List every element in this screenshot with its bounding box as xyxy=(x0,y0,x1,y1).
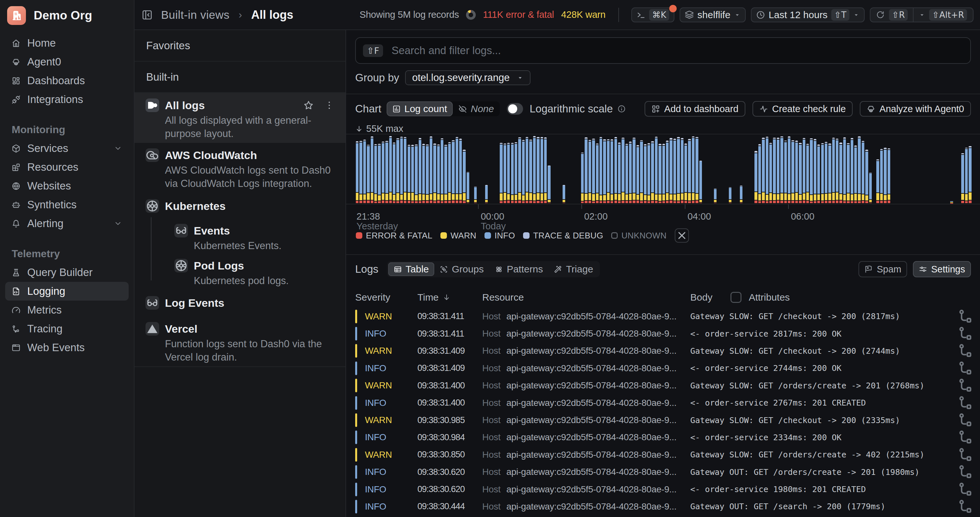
log-row[interactable]: WARN09:38:30.985Hostapi-gateway:c92db5f5… xyxy=(346,411,980,428)
view-item-log-events[interactable]: Log Events xyxy=(135,290,345,317)
kebab-menu-icon[interactable] xyxy=(324,100,334,111)
chart-mode-none[interactable]: None xyxy=(453,101,500,116)
warn-count[interactable]: 428K warn xyxy=(561,10,606,20)
sidebar-item-metrics[interactable]: Metrics xyxy=(5,301,129,319)
open-trace-icon[interactable] xyxy=(957,498,975,516)
bar-segment-info xyxy=(858,138,861,193)
sidebar-item-agent0[interactable]: Agent0 xyxy=(5,52,129,71)
view-item-all-logs[interactable]: All logsAll logs displayed with a genera… xyxy=(135,93,345,143)
legend-item-info[interactable]: INFO xyxy=(485,231,515,241)
bar-segment-trace xyxy=(389,136,392,137)
open-trace-icon[interactable] xyxy=(957,359,975,377)
log-row[interactable]: INFO09:38:30.620Hostapi-gateway:c92db5f5… xyxy=(346,463,980,481)
sidebar-item-logging[interactable]: Logging xyxy=(5,282,129,301)
view-item-kubernetes[interactable]: Kubernetes xyxy=(135,193,345,220)
bar-segment-trace xyxy=(537,137,539,138)
bar-segment-warn xyxy=(533,194,536,201)
tab-table[interactable]: Table xyxy=(388,262,434,276)
auto-refresh-toggle[interactable]: ⇧Alt+R xyxy=(927,9,969,21)
search-input[interactable]: ⇧F Search and filter logs... xyxy=(355,37,971,64)
sidebar-item-resources[interactable]: Resources xyxy=(5,158,129,176)
open-trace-icon[interactable] xyxy=(957,446,975,464)
sidebar-item-integrations[interactable]: Integrations xyxy=(5,90,129,109)
collapse-panel-icon[interactable] xyxy=(142,10,153,21)
sidebar-item-alerting[interactable]: Alerting xyxy=(5,214,129,233)
column-body[interactable]: Body Attributes xyxy=(690,292,971,303)
tab-triage[interactable]: Triage xyxy=(548,262,598,276)
log-row[interactable]: INFO09:38:30.444Hostapi-gateway:c92db5f5… xyxy=(346,498,980,515)
builtin-section-header[interactable]: Built-in xyxy=(135,62,345,93)
settings-button[interactable]: Settings xyxy=(913,261,971,277)
view-item-aws-cloudwatch[interactable]: AWS CloudWatchAWS CloudWatch logs sent t… xyxy=(135,143,345,193)
org-switcher[interactable]: Demo Org xyxy=(0,0,134,31)
open-trace-icon[interactable] xyxy=(957,428,975,446)
legend-item-unknown[interactable]: UNKNOWN xyxy=(611,231,666,241)
log-row[interactable]: INFO09:38:31.400Hostapi-gateway:c92db5f5… xyxy=(346,394,980,411)
log-volume-chart[interactable]: 55K max 21:38Yesterday00:00Today02:0004:… xyxy=(346,125,980,254)
log-scale-toggle[interactable] xyxy=(507,103,523,115)
bar-segment-error xyxy=(411,201,414,203)
tab-groups[interactable]: Groups xyxy=(434,262,489,276)
add-to-dashboard-button[interactable]: Add to dashboard xyxy=(644,101,745,117)
legend-close-button[interactable] xyxy=(675,228,689,243)
chart-mode-log-count[interactable]: Log count xyxy=(387,101,453,116)
log-row[interactable]: WARN09:38:31.411Hostapi-gateway:c92db5f5… xyxy=(346,308,980,325)
legend-item-trace[interactable]: TRACE & DEBUG xyxy=(523,231,603,241)
bar-segment-error xyxy=(803,200,805,203)
legend-item-error[interactable]: ERROR & FATAL xyxy=(356,231,432,241)
breadcrumb-parent[interactable]: Built-in views xyxy=(161,8,229,21)
sidebar-item-services[interactable]: Services xyxy=(5,139,129,158)
group-by-select[interactable]: otel.log.severity.range xyxy=(405,70,530,85)
open-trace-icon[interactable] xyxy=(957,481,975,498)
sidebar-item-query-builder[interactable]: Query Builder xyxy=(5,263,129,282)
bar-segment-warn xyxy=(467,200,469,202)
log-row[interactable]: WARN09:38:31.400Hostapi-gateway:c92db5f5… xyxy=(346,377,980,394)
log-row[interactable]: WARN09:38:31.409Hostapi-gateway:c92db5f5… xyxy=(346,343,980,360)
workspace-selector[interactable]: shelflife xyxy=(679,8,746,22)
tab-patterns[interactable]: Patterns xyxy=(489,262,549,276)
command-menu-button[interactable]: ⌘K xyxy=(631,8,675,22)
column-resource[interactable]: Resource xyxy=(482,292,690,303)
star-icon[interactable] xyxy=(303,100,314,111)
log-row[interactable]: INFO09:38:30.620Hostapi-gateway:c92db5f5… xyxy=(346,481,980,498)
log-row[interactable]: INFO09:38:31.409Hostapi-gateway:c92db5f5… xyxy=(346,360,980,377)
sidebar-item-synthetics[interactable]: Synthetics xyxy=(5,195,129,214)
sidebar-item-websites[interactable]: Websites xyxy=(5,176,129,195)
sidebar-item-home[interactable]: Home xyxy=(5,34,129,52)
column-time[interactable]: Time xyxy=(417,292,482,303)
open-trace-icon[interactable] xyxy=(957,394,975,412)
sidebar-item-tracing[interactable]: Tracing xyxy=(5,319,129,338)
view-item-events[interactable]: EventsKubernetes Events. xyxy=(135,220,345,255)
open-trace-icon[interactable] xyxy=(957,325,975,343)
error-count[interactable]: 111K error & fatal xyxy=(483,10,554,20)
view-item-pod-logs[interactable]: Pod LogsKubernetes pod logs. xyxy=(135,255,345,290)
open-trace-icon[interactable] xyxy=(957,376,975,395)
refresh-button[interactable]: ⇧R xyxy=(874,9,910,21)
create-check-rule-button[interactable]: Create check rule xyxy=(752,101,853,117)
spam-button[interactable]: Spam xyxy=(859,261,907,277)
refresh-icon xyxy=(876,11,885,19)
bar-segment-error xyxy=(681,200,684,203)
bar-segment-trace xyxy=(684,143,687,145)
favorites-section-header[interactable]: Favorites xyxy=(135,30,345,62)
log-row[interactable]: INFO09:38:31.411Hostapi-gateway:c92db5f5… xyxy=(346,325,980,342)
open-trace-icon[interactable] xyxy=(957,411,975,429)
column-severity[interactable]: Severity xyxy=(355,292,417,303)
legend-item-warn[interactable]: WARN xyxy=(441,231,476,241)
bar-segment-info xyxy=(596,145,598,193)
sidebar-item-dashboards[interactable]: Dashboards xyxy=(5,71,129,90)
open-trace-icon[interactable] xyxy=(957,342,975,360)
info-icon[interactable] xyxy=(617,105,626,113)
sidebar-item-web-events[interactable]: Web Events xyxy=(5,338,129,357)
open-trace-icon[interactable] xyxy=(957,463,975,481)
view-item-vercel[interactable]: VercelFunction logs sent to Dash0 via th… xyxy=(135,317,345,366)
bar-segment-error xyxy=(766,201,768,203)
refresh-dropdown[interactable] xyxy=(917,12,927,18)
open-trace-icon[interactable] xyxy=(957,308,975,325)
log-row[interactable]: WARN09:38:30.850Hostapi-gateway:c92db5f5… xyxy=(346,446,980,463)
log-row[interactable]: INFO09:38:30.984Hostapi-gateway:c92db5f5… xyxy=(346,429,980,446)
attributes-checkbox[interactable] xyxy=(730,292,741,303)
bar-segment-error xyxy=(474,203,477,203)
analyze-with-agent-button[interactable]: Analyze with Agent0 xyxy=(860,101,971,117)
time-range-selector[interactable]: Last 12 hours ⇧T xyxy=(751,8,865,22)
